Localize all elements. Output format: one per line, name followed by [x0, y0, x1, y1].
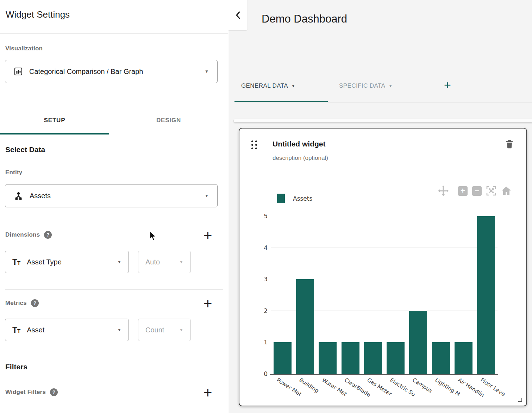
x-axis-line: [270, 374, 498, 375]
y-tick-label: 2: [255, 307, 268, 314]
help-icon[interactable]: ?: [50, 388, 58, 396]
bar-Floor Leve[interactable]: [477, 216, 495, 374]
chart-toolbar: + −: [437, 185, 512, 197]
visualization-label: Visualization: [5, 45, 43, 52]
bar-chart-icon: [14, 67, 23, 76]
y-tick-label: 0: [255, 370, 268, 377]
y-tick-label: 3: [255, 276, 268, 283]
chevron-down-icon: ▼: [389, 84, 392, 88]
text-type-icon: TT: [12, 325, 20, 335]
select-data-heading: Select Data: [5, 145, 45, 154]
metric-field-value: Asset: [27, 326, 44, 334]
chevron-down-icon: ▼: [117, 327, 121, 332]
delete-widget-button[interactable]: [505, 139, 514, 150]
settings-tabs: SETUP DESIGN: [0, 107, 228, 134]
dimensions-label: Dimensions: [5, 231, 40, 238]
widget-description-field[interactable]: description (optional): [273, 155, 328, 162]
mouse-cursor: [149, 231, 158, 243]
metric-aggregation-select[interactable]: Count ▼: [138, 319, 191, 341]
chevron-left-icon: [235, 11, 241, 19]
divider: [0, 352, 228, 352]
y-tick-label: 1: [255, 339, 268, 346]
chevron-down-icon: ▼: [179, 327, 183, 332]
tab-specific-data[interactable]: SPECIFIC DATA ▼: [339, 82, 392, 89]
widget-card: Untitled widget description (optional) +…: [239, 128, 527, 406]
dashboard-panel: Demo Dashboard GENERAL DATA ▼ SPECIFIC D…: [229, 0, 532, 413]
dimension-field-select[interactable]: TT Asset Type ▼: [5, 251, 129, 273]
add-metric-button[interactable]: +: [204, 296, 212, 311]
zoom-in-icon[interactable]: +: [458, 186, 468, 196]
metrics-label: Metrics: [5, 300, 27, 307]
horizontal-scrollbar[interactable]: [233, 119, 532, 123]
x-tick-label: Water Met: [321, 377, 348, 398]
legend-label: Assets: [293, 195, 312, 202]
tab-design[interactable]: DESIGN: [109, 107, 228, 134]
metrics-row: Metrics ?: [5, 299, 39, 307]
gridline: [271, 248, 497, 248]
chevron-down-icon: ▼: [179, 259, 183, 264]
entity-label: Entity: [5, 169, 22, 176]
bar-Power Met[interactable]: [274, 342, 292, 374]
text-type-icon: TT: [12, 257, 20, 267]
tab-specific-data-label: SPECIFIC DATA: [339, 82, 385, 89]
tab-general-data-label: GENERAL DATA: [241, 82, 288, 89]
chevron-down-icon: ▼: [205, 69, 209, 74]
bar-Water Met[interactable]: [319, 342, 337, 374]
x-tick-label: Power Met: [275, 377, 303, 398]
gridline: [271, 216, 497, 216]
legend-swatch: [277, 194, 285, 203]
divider: [0, 33, 228, 34]
panel-title: Widget Settings: [6, 9, 70, 20]
bar-Air Handlin[interactable]: [455, 342, 472, 374]
metric-aggregation-value: Count: [145, 326, 164, 334]
visualization-value: Categorical Comparison / Bar Graph: [29, 68, 143, 76]
y-tick-label: 4: [255, 244, 268, 251]
add-widget-filter-button[interactable]: +: [204, 386, 212, 400]
help-icon[interactable]: ?: [31, 299, 39, 307]
dashboard-title: Demo Dashboard: [262, 13, 347, 25]
x-tick-label: Lighting M: [434, 377, 461, 398]
bar-ClearBlade[interactable]: [342, 342, 359, 374]
drag-handle-icon[interactable]: [251, 140, 257, 149]
bar-Gas Meter[interactable]: [364, 342, 382, 374]
add-tab-button[interactable]: +: [444, 79, 451, 91]
entity-value: Assets: [30, 192, 51, 200]
chevron-down-icon: ▼: [292, 84, 295, 88]
widget-filters-label: Widget Filters: [5, 389, 46, 396]
chevron-down-icon: ▼: [117, 259, 121, 264]
tab-baseline: [234, 102, 532, 102]
divider: [5, 218, 218, 218]
asset-hierarchy-icon: [14, 191, 23, 201]
entity-select[interactable]: Assets ▼: [5, 184, 218, 207]
chevron-down-icon: ▼: [205, 193, 209, 198]
dimensions-row: Dimensions ?: [5, 231, 52, 239]
bar-Building[interactable]: [296, 279, 314, 374]
tab-setup[interactable]: SETUP: [0, 107, 109, 134]
box-zoom-icon[interactable]: [486, 185, 497, 196]
pan-icon[interactable]: [437, 185, 449, 197]
visualization-select[interactable]: Categorical Comparison / Bar Graph ▼: [5, 60, 218, 83]
bar-chart-plot: 012345Power MetBuildingWater MetClearBla…: [271, 216, 497, 374]
add-dimension-button[interactable]: +: [204, 228, 212, 243]
dimension-bucket-value: Auto: [145, 258, 160, 266]
dimension-bucket-select[interactable]: Auto ▼: [138, 251, 191, 273]
resize-handle[interactable]: [518, 398, 522, 402]
trash-icon: [505, 139, 514, 149]
zoom-out-icon[interactable]: −: [472, 186, 482, 196]
widget-filters-row: Widget Filters ?: [5, 388, 58, 396]
widget-settings-panel: Widget Settings Visualization Categorica…: [0, 0, 228, 413]
bar-Lighting M[interactable]: [432, 342, 450, 374]
collapse-panel-button[interactable]: [229, 0, 248, 31]
legend-item-assets[interactable]: Assets: [277, 194, 312, 203]
filters-heading: Filters: [5, 363, 27, 371]
tab-general-data[interactable]: GENERAL DATA ▼: [241, 82, 295, 89]
help-icon[interactable]: ?: [44, 231, 52, 239]
bar-Campus[interactable]: [409, 311, 427, 374]
widget-title: Untitled widget: [273, 140, 326, 148]
bar-Electric Su[interactable]: [387, 342, 405, 374]
divider: [5, 289, 223, 290]
dimension-field-value: Asset Type: [27, 258, 62, 266]
metric-field-select[interactable]: TT Asset ▼: [5, 319, 129, 341]
y-tick-label: 5: [255, 213, 268, 220]
home-icon[interactable]: [501, 185, 512, 196]
